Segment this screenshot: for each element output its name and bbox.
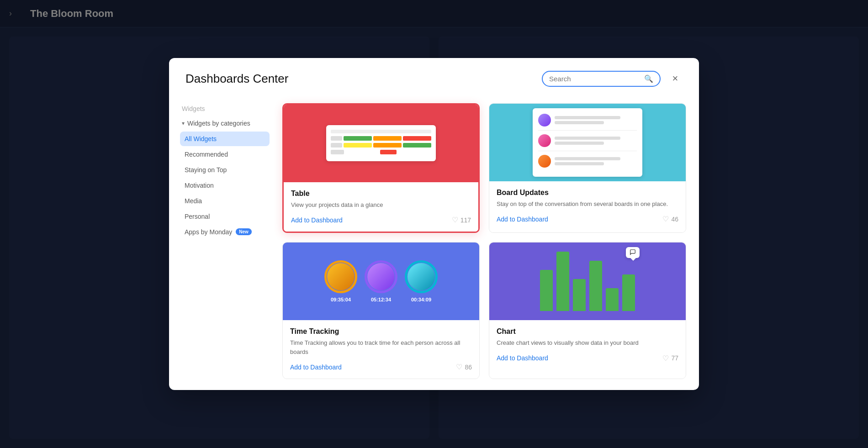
widget-footer-chart: Add to Dashboard ♡ 77 xyxy=(497,354,678,363)
sidebar-group-toggle[interactable]: ▾ Widgets by categories xyxy=(180,118,270,129)
close-button[interactable]: × xyxy=(668,71,683,86)
widget-like-count-board-updates: 46 xyxy=(671,216,678,223)
tt-avatar-2 xyxy=(367,263,395,290)
widget-info-time-tracking: Time Tracking Time Tracking allows you t… xyxy=(283,320,479,379)
tt-avatar-1 xyxy=(327,263,355,290)
tt-person-3: 00:34:09 xyxy=(405,260,438,302)
widget-likes-chart: ♡ 77 xyxy=(662,354,678,363)
add-to-dashboard-table[interactable]: Add to Dashboard xyxy=(291,216,343,224)
bu-avatar-2 xyxy=(538,134,551,147)
widget-desc-table: View your projects data in a glance xyxy=(291,200,471,210)
tt-circle-1 xyxy=(324,260,357,293)
time-tracking-graphic: 09:35:04 05:12:34 xyxy=(315,251,447,311)
widget-card-time-tracking[interactable]: 09:35:04 05:12:34 xyxy=(282,242,480,379)
chart-bar-2 xyxy=(556,252,569,311)
widget-footer-table: Add to Dashboard ♡ 117 xyxy=(291,216,471,224)
sidebar-item-apps-by-monday[interactable]: Apps by Monday New xyxy=(180,225,270,239)
widget-like-count-chart: 77 xyxy=(671,354,678,362)
widget-likes-board-updates: ♡ 46 xyxy=(662,215,678,223)
new-badge: New xyxy=(236,228,252,235)
widget-desc-chart: Create chart views to visually show data… xyxy=(497,338,678,348)
sidebar-item-recommended[interactable]: Recommended xyxy=(180,147,270,162)
chart-bar-3 xyxy=(573,279,586,311)
tt-time-1: 09:35:04 xyxy=(331,297,351,302)
tt-person-2: 05:12:34 xyxy=(365,260,397,302)
sidebar-item-staying-on-top[interactable]: Staying on Top xyxy=(180,163,270,177)
widget-like-count-table: 117 xyxy=(460,216,471,224)
heart-icon-chart: ♡ xyxy=(662,354,669,363)
bu-row-3 xyxy=(538,155,637,171)
bu-row-1 xyxy=(538,114,637,131)
add-to-dashboard-time-tracking[interactable]: Add to Dashboard xyxy=(290,364,342,371)
widget-info-chart: Chart Create chart views to visually sho… xyxy=(489,320,686,379)
widget-preview-table xyxy=(284,105,478,182)
heart-icon-board-updates: ♡ xyxy=(662,215,669,223)
widget-card-chart[interactable]: Chart Create chart views to visually sho… xyxy=(489,242,686,379)
sidebar-section-label: Widgets xyxy=(180,105,270,112)
search-box[interactable]: 🔍 xyxy=(542,71,661,87)
add-to-dashboard-board-updates[interactable]: Add to Dashboard xyxy=(497,216,548,223)
bu-row-2 xyxy=(538,134,637,151)
tt-time-3: 00:34:09 xyxy=(411,297,431,302)
widget-card-board-updates[interactable]: Board Updates Stay on top of the convers… xyxy=(489,103,686,233)
widget-like-count-time-tracking: 86 xyxy=(465,364,472,371)
widget-likes-time-tracking: ♡ 86 xyxy=(456,363,472,371)
sidebar-item-all-widgets[interactable]: All Widgets xyxy=(180,132,270,146)
chart-bar-1 xyxy=(540,270,553,311)
widget-name-table: Table xyxy=(291,190,471,198)
widgets-grid: Table View your projects data in a glanc… xyxy=(270,96,699,390)
chevron-down-icon: ▾ xyxy=(182,120,185,126)
tt-circle-2 xyxy=(365,260,397,293)
sidebar-group-label: Widgets by categories xyxy=(187,120,250,127)
bu-avatar-3 xyxy=(538,155,551,168)
sidebar-item-media[interactable]: Media xyxy=(180,194,270,208)
widget-likes-table: ♡ 117 xyxy=(452,216,471,224)
search-input[interactable] xyxy=(549,75,640,83)
sidebar: Widgets ▾ Widgets by categories All Widg… xyxy=(169,96,270,390)
widget-preview-chart xyxy=(489,242,686,320)
widget-info-board-updates: Board Updates Stay on top of the convers… xyxy=(489,181,686,233)
widget-footer-board-updates: Add to Dashboard ♡ 46 xyxy=(497,215,678,223)
modal-header: Dashboards Center 🔍 × xyxy=(169,58,699,96)
search-icon: 🔍 xyxy=(644,74,653,83)
modal-overlay: Dashboards Center 🔍 × Widgets ▾ Widgets … xyxy=(0,0,868,448)
heart-icon-table: ♡ xyxy=(452,216,458,224)
widget-preview-board-updates xyxy=(489,104,686,181)
chart-bar-4 xyxy=(589,261,602,311)
chart-speech-bubble xyxy=(626,247,640,258)
tt-time-2: 05:12:34 xyxy=(371,297,391,302)
widget-card-table[interactable]: Table View your projects data in a glanc… xyxy=(282,103,480,233)
widget-preview-time-tracking: 09:35:04 05:12:34 xyxy=(283,242,479,320)
modal-header-right: 🔍 × xyxy=(542,71,683,87)
chart-graphic xyxy=(526,242,649,320)
board-updates-graphic xyxy=(533,108,642,177)
widget-name-time-tracking: Time Tracking xyxy=(290,327,472,336)
widget-info-table: Table View your projects data in a glanc… xyxy=(284,182,478,232)
modal-title: Dashboards Center xyxy=(185,72,288,86)
chart-bar-5 xyxy=(606,288,619,311)
sidebar-item-motivation[interactable]: Motivation xyxy=(180,178,270,193)
tt-avatar-3 xyxy=(408,263,435,290)
tt-circle-3 xyxy=(405,260,438,293)
widget-name-board-updates: Board Updates xyxy=(497,189,678,197)
table-preview-graphic xyxy=(326,125,436,161)
widget-desc-time-tracking: Time Tracking allows you to track time f… xyxy=(290,338,472,356)
sidebar-item-personal[interactable]: Personal xyxy=(180,209,270,224)
widget-footer-time-tracking: Add to Dashboard ♡ 86 xyxy=(290,363,472,371)
heart-icon-time-tracking: ♡ xyxy=(456,363,462,371)
tt-person-1: 09:35:04 xyxy=(324,260,357,302)
add-to-dashboard-chart[interactable]: Add to Dashboard xyxy=(497,354,548,362)
widget-name-chart: Chart xyxy=(497,327,678,336)
bu-avatar-1 xyxy=(538,114,551,126)
dashboards-center-modal: Dashboards Center 🔍 × Widgets ▾ Widgets … xyxy=(169,58,699,390)
chart-bar-6 xyxy=(622,274,635,311)
modal-body: Widgets ▾ Widgets by categories All Widg… xyxy=(169,96,699,390)
widget-desc-board-updates: Stay on top of the conversation from sev… xyxy=(497,200,678,209)
